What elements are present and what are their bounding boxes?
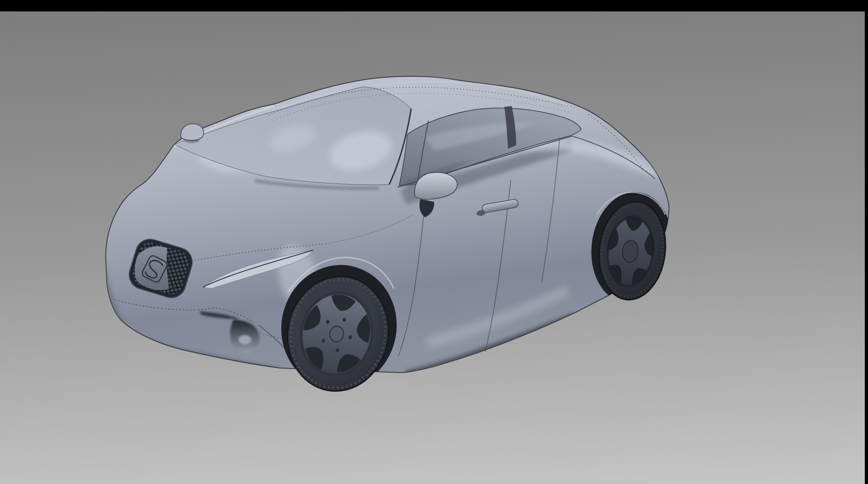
screen [0,0,868,484]
car-render [0,0,868,484]
top-letterbox-bar [0,0,868,11]
right-letterbox-bar [865,0,868,484]
far-mirror-shell [181,124,204,140]
scoop-pocket-highlight [238,335,251,344]
render-viewport[interactable] [0,11,865,484]
car-model [104,76,678,400]
